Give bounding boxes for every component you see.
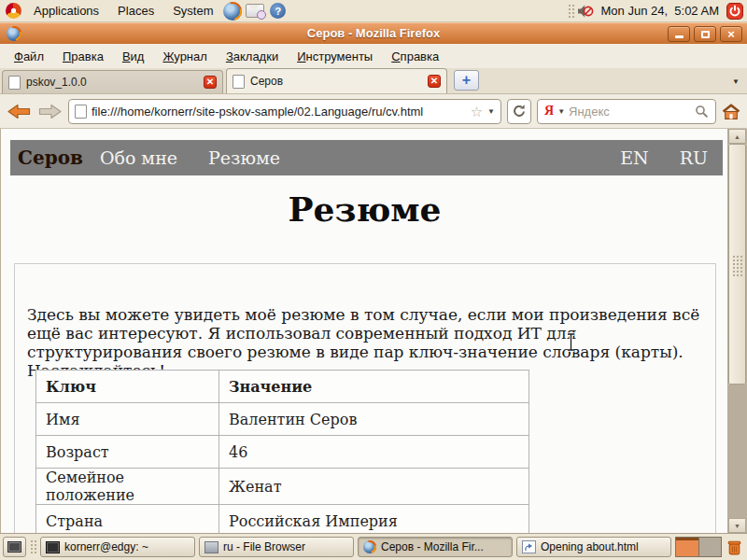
trash-icon	[726, 539, 743, 556]
menu-system[interactable]: System	[164, 2, 221, 20]
file-browser-icon	[204, 541, 218, 553]
home-button[interactable]	[722, 104, 740, 119]
search-input[interactable]	[569, 105, 691, 119]
task-label: Opening about.html	[541, 540, 639, 553]
table-cell-value: Российская Империя	[219, 505, 529, 534]
menubar-item-tools[interactable]: Инструменты	[288, 46, 382, 67]
task-label: ru - File Browser	[223, 540, 305, 553]
table-cell-value: Валентин Серов	[219, 403, 529, 436]
url-input[interactable]	[92, 105, 466, 119]
intro-paragraph: Здесь вы можете увидеть моё резюме в том…	[27, 305, 701, 380]
search-engine-dropdown-icon[interactable]: ▼	[557, 107, 565, 116]
new-tab-button[interactable]: +	[454, 70, 479, 91]
trash-button[interactable]	[726, 539, 743, 556]
reload-icon	[512, 104, 527, 119]
firefox-launcher-icon[interactable]	[223, 2, 242, 21]
top-panel: Applications Places System ? Mon Jun 24,…	[0, 0, 747, 22]
reload-button[interactable]	[507, 99, 531, 124]
search-bar[interactable]: Я ▼	[537, 99, 716, 124]
maximize-icon	[701, 31, 710, 38]
scroll-up-button[interactable]: ▲	[728, 129, 746, 144]
search-magnifier-icon[interactable]	[695, 105, 709, 119]
lang-en-link[interactable]: EN	[620, 147, 649, 168]
scrollbar-thumb[interactable]	[728, 144, 746, 385]
close-icon: ×	[727, 28, 735, 40]
tab-close-icon[interactable]: ✕	[428, 75, 441, 88]
table-cell-key: Семейное положение	[36, 469, 219, 505]
panel-grip[interactable]	[568, 4, 574, 19]
table-cell-value: 46	[219, 436, 529, 469]
cv-table: Ключ Значение Имя Валентин Серов Возраст…	[35, 370, 529, 533]
show-desktop-button[interactable]	[3, 537, 26, 557]
window-titlebar[interactable]: Серов - Mozilla Firefox ×	[0, 22, 747, 44]
help-launcher-icon[interactable]: ?	[270, 3, 286, 19]
volume-muted-icon[interactable]	[576, 4, 594, 19]
table-cell-key: Возраст	[36, 436, 219, 469]
table-cell-value: Женат	[219, 469, 529, 505]
scrollbar-track[interactable]	[728, 385, 746, 518]
table-cell-key: Имя	[36, 403, 219, 436]
task-button-opening-dialog[interactable]: Opening about.html	[516, 537, 671, 557]
forward-arrow-icon	[37, 103, 63, 120]
navigation-toolbar: ☆ ▼ Я ▼	[0, 94, 747, 129]
menubar-item-view[interactable]: Вид	[113, 46, 154, 67]
back-arrow-icon	[7, 103, 32, 120]
bookmark-star-icon[interactable]: ☆	[471, 105, 483, 119]
ubuntu-logo-icon[interactable]	[6, 3, 21, 19]
table-cell-key: Страна	[36, 505, 219, 534]
menubar-item-bookmarks[interactable]: Закладки	[217, 46, 288, 67]
back-button[interactable]	[7, 103, 32, 120]
task-button-firefox[interactable]: Серов - Mozilla Fir...	[358, 537, 513, 557]
site-nav-about-link[interactable]: Обо мне	[100, 147, 177, 168]
menubar-item-edit[interactable]: Правка	[53, 46, 113, 67]
workspace-1[interactable]	[676, 538, 699, 556]
table-row: Страна Российская Империя	[36, 505, 529, 534]
browser-viewport: Серов Обо мне Резюме EN RU Резюме Здесь …	[0, 129, 747, 533]
maximize-button[interactable]	[694, 26, 716, 42]
power-button-icon[interactable]	[726, 3, 743, 20]
vertical-scrollbar[interactable]: ▲ ▼	[727, 129, 746, 533]
mail-launcher-icon[interactable]	[246, 4, 264, 18]
show-desktop-icon	[7, 541, 21, 553]
menubar-item-help[interactable]: Справка	[382, 46, 448, 67]
minimize-button[interactable]	[668, 26, 690, 42]
task-button-terminal[interactable]: kornerr@edgy: ~	[40, 537, 195, 557]
workspace-2[interactable]	[699, 538, 722, 556]
window-title: Серов - Mozilla Firefox	[0, 26, 747, 40]
tab-pskov[interactable]: pskov_1.0.0 ✕	[2, 70, 223, 93]
workspace-switcher	[675, 537, 722, 557]
menu-places[interactable]: Places	[109, 2, 162, 20]
forward-button[interactable]	[37, 103, 63, 120]
menubar-item-history[interactable]: Журнал	[153, 46, 216, 67]
browser-menubar: Файл Правка Вид Журнал Закладки Инструме…	[0, 44, 747, 68]
close-button[interactable]: ×	[720, 26, 742, 42]
menubar-item-file[interactable]: Файл	[5, 46, 53, 67]
table-row: Возраст 46	[36, 436, 529, 469]
scrollbar-grip	[732, 255, 743, 277]
tab-bar: pskov_1.0.0 ✕ Серов ✕ + ▼	[0, 68, 747, 94]
yandex-logo-icon[interactable]: Я	[544, 105, 554, 118]
site-nav-resume-link[interactable]: Резюме	[208, 147, 280, 168]
tab-serov[interactable]: Серов ✕	[226, 68, 447, 93]
page-icon	[8, 76, 21, 90]
url-bar[interactable]: ☆ ▼	[68, 99, 501, 124]
site-nav-bar: Серов Обо мне Резюме EN RU	[10, 140, 723, 175]
tab-close-icon[interactable]: ✕	[204, 76, 217, 89]
dialog-icon	[522, 540, 536, 553]
site-brand[interactable]: Серов	[18, 147, 83, 169]
page-icon	[233, 75, 245, 89]
url-dropdown-icon[interactable]: ▼	[487, 107, 495, 116]
table-row: Семейное положение Женат	[36, 469, 529, 505]
taskbar-grip[interactable]	[30, 539, 36, 554]
clock[interactable]: Mon Jun 24, 5:02 AM	[596, 4, 725, 18]
tab-list-dropdown-icon[interactable]: ▼	[732, 77, 740, 86]
terminal-icon	[46, 541, 60, 553]
task-button-file-browser[interactable]: ru - File Browser	[199, 537, 354, 557]
lang-ru-link[interactable]: RU	[680, 147, 708, 168]
home-icon	[722, 104, 740, 119]
table-header-key: Ключ	[36, 371, 219, 403]
scroll-down-button[interactable]: ▼	[728, 518, 746, 533]
task-label: Серов - Mozilla Fir...	[381, 540, 484, 553]
web-page: Серов Обо мне Резюме EN RU Резюме Здесь …	[1, 129, 728, 533]
menu-applications[interactable]: Applications	[25, 2, 107, 20]
